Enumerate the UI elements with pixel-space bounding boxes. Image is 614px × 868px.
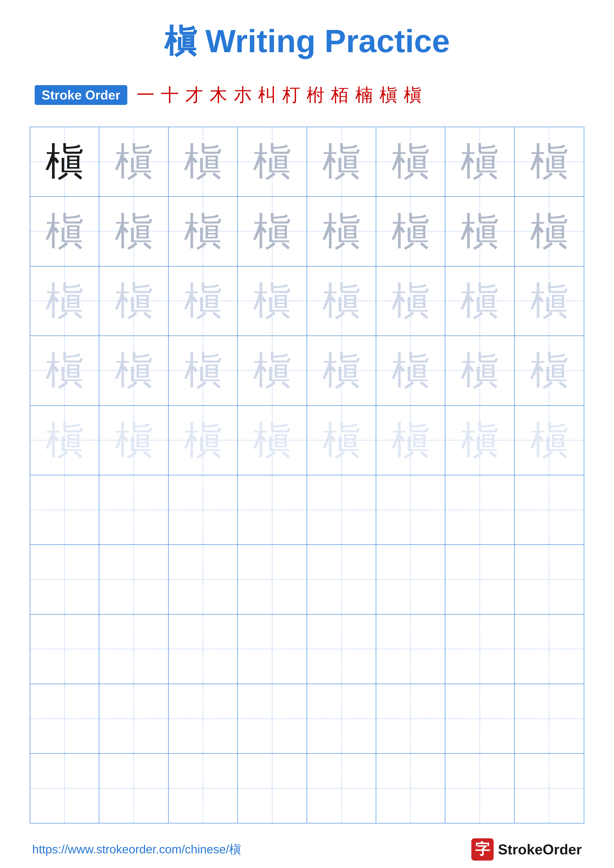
grid-cell-9-0[interactable] — [30, 754, 99, 823]
grid-row-5 — [30, 475, 584, 545]
grid-cell-3-5[interactable]: 槇 — [376, 336, 445, 405]
grid-cell-0-2[interactable]: 槇 — [169, 127, 238, 196]
grid-cell-7-7[interactable] — [515, 615, 584, 684]
grid-cell-4-6[interactable]: 槇 — [445, 406, 515, 475]
footer-url[interactable]: https://www.strokeorder.com/chinese/槇 — [32, 842, 241, 857]
grid-cell-5-1[interactable] — [99, 475, 168, 544]
grid-cell-3-4[interactable]: 槇 — [307, 336, 376, 405]
cell-character: 槇 — [115, 351, 153, 390]
grid-cell-6-4[interactable] — [307, 545, 376, 614]
grid-row-9 — [30, 754, 584, 823]
grid-cell-0-6[interactable]: 槇 — [445, 127, 515, 196]
cell-character: 槇 — [391, 143, 430, 181]
grid-cell-1-4[interactable]: 槇 — [307, 197, 376, 266]
grid-cell-6-5[interactable] — [376, 545, 445, 614]
grid-cell-2-2[interactable]: 槇 — [169, 267, 238, 336]
grid-cell-1-2[interactable]: 槇 — [169, 197, 238, 266]
page-title: 槇 Writing Practice — [164, 20, 450, 64]
grid-cell-6-2[interactable] — [169, 545, 238, 614]
grid-cell-7-2[interactable] — [169, 615, 238, 684]
grid-cell-3-3[interactable]: 槇 — [238, 336, 307, 405]
grid-cell-3-0[interactable]: 槇 — [30, 336, 99, 405]
grid-cell-0-0[interactable]: 槇 — [30, 127, 99, 196]
grid-cell-4-3[interactable]: 槇 — [238, 406, 307, 475]
grid-cell-9-4[interactable] — [307, 754, 376, 823]
grid-cell-7-0[interactable] — [30, 615, 99, 684]
grid-cell-1-6[interactable]: 槇 — [445, 197, 515, 266]
cell-character: 槇 — [184, 351, 222, 390]
grid-cell-4-0[interactable]: 槇 — [30, 406, 99, 475]
cell-character: 槇 — [322, 421, 361, 459]
grid-cell-2-6[interactable]: 槇 — [445, 267, 515, 336]
page: 槇 Writing Practice Stroke Order 一十才木朩朻朾柎… — [0, 0, 614, 868]
grid-cell-0-1[interactable]: 槇 — [99, 127, 168, 196]
stroke-char-2: 才 — [183, 83, 205, 107]
grid-cell-3-2[interactable]: 槇 — [169, 336, 238, 405]
grid-cell-8-0[interactable] — [30, 684, 99, 753]
grid-cell-9-3[interactable] — [238, 754, 307, 823]
cell-character: 槇 — [45, 143, 84, 181]
grid-cell-7-4[interactable] — [307, 615, 376, 684]
cell-character: 槇 — [530, 143, 569, 181]
grid-cell-9-5[interactable] — [376, 754, 445, 823]
grid-cell-5-0[interactable] — [30, 475, 99, 544]
grid-cell-1-3[interactable]: 槇 — [238, 197, 307, 266]
grid-cell-4-1[interactable]: 槇 — [99, 406, 168, 475]
grid-cell-6-6[interactable] — [445, 545, 515, 614]
grid-cell-5-3[interactable] — [238, 475, 307, 544]
stroke-char-1: 十 — [159, 83, 181, 107]
grid-cell-9-6[interactable] — [445, 754, 515, 823]
grid-cell-9-2[interactable] — [169, 754, 238, 823]
footer-logo: 字 StrokeOrder — [471, 838, 582, 860]
grid-cell-2-3[interactable]: 槇 — [238, 267, 307, 336]
grid-cell-1-0[interactable]: 槇 — [30, 197, 99, 266]
grid-cell-8-7[interactable] — [515, 684, 584, 753]
grid-cell-6-1[interactable] — [99, 545, 168, 614]
grid-cell-9-7[interactable] — [515, 754, 584, 823]
grid-cell-0-5[interactable]: 槇 — [376, 127, 445, 196]
grid-cell-2-0[interactable]: 槇 — [30, 267, 99, 336]
stroke-char-5: 朻 — [256, 83, 278, 107]
grid-cell-8-6[interactable] — [445, 684, 515, 753]
grid-cell-0-3[interactable]: 槇 — [238, 127, 307, 196]
cell-character: 槇 — [115, 421, 153, 459]
grid-cell-3-7[interactable]: 槇 — [515, 336, 584, 405]
grid-cell-4-5[interactable]: 槇 — [376, 406, 445, 475]
grid-cell-3-6[interactable]: 槇 — [445, 336, 515, 405]
grid-cell-2-4[interactable]: 槇 — [307, 267, 376, 336]
grid-cell-5-7[interactable] — [515, 475, 584, 544]
grid-cell-8-3[interactable] — [238, 684, 307, 753]
grid-cell-3-1[interactable]: 槇 — [99, 336, 168, 405]
grid-cell-5-6[interactable] — [445, 475, 515, 544]
grid-cell-1-1[interactable]: 槇 — [99, 197, 168, 266]
grid-cell-8-4[interactable] — [307, 684, 376, 753]
grid-cell-8-2[interactable] — [169, 684, 238, 753]
grid-cell-2-7[interactable]: 槇 — [515, 267, 584, 336]
grid-cell-6-0[interactable] — [30, 545, 99, 614]
grid-cell-5-4[interactable] — [307, 475, 376, 544]
grid-cell-8-5[interactable] — [376, 684, 445, 753]
grid-cell-1-5[interactable]: 槇 — [376, 197, 445, 266]
grid-cell-7-3[interactable] — [238, 615, 307, 684]
grid-cell-0-7[interactable]: 槇 — [515, 127, 584, 196]
grid-cell-4-7[interactable]: 槇 — [515, 406, 584, 475]
logo-icon: 字 — [471, 838, 494, 860]
grid-cell-0-4[interactable]: 槇 — [307, 127, 376, 196]
grid-cell-5-2[interactable] — [169, 475, 238, 544]
grid-cell-7-5[interactable] — [376, 615, 445, 684]
stroke-char-4: 朩 — [232, 83, 253, 107]
grid-cell-6-7[interactable] — [515, 545, 584, 614]
grid-cell-4-2[interactable]: 槇 — [169, 406, 238, 475]
grid-cell-4-4[interactable]: 槇 — [307, 406, 376, 475]
grid-cell-5-5[interactable] — [376, 475, 445, 544]
grid-cell-7-6[interactable] — [445, 615, 515, 684]
grid-cell-7-1[interactable] — [99, 615, 168, 684]
grid-cell-2-1[interactable]: 槇 — [99, 267, 168, 336]
grid-cell-6-3[interactable] — [238, 545, 307, 614]
grid-cell-9-1[interactable] — [99, 754, 168, 823]
cell-character: 槇 — [45, 282, 84, 320]
cell-character: 槇 — [460, 282, 499, 320]
grid-cell-1-7[interactable]: 槇 — [515, 197, 584, 266]
grid-cell-8-1[interactable] — [99, 684, 168, 753]
grid-cell-2-5[interactable]: 槇 — [376, 267, 445, 336]
